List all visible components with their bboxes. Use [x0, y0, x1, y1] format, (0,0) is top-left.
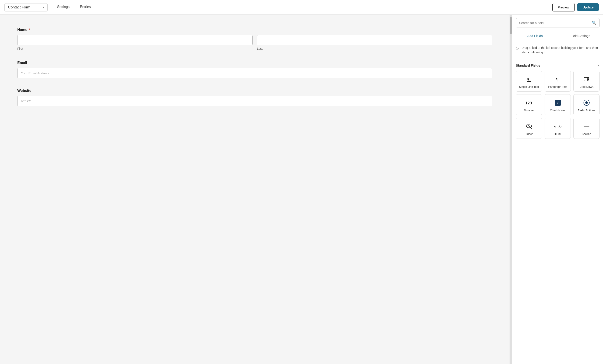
drag-hint: ▷ Drag a field to the left to start buil… — [512, 41, 603, 59]
svg-text:< />: < /> — [554, 125, 561, 129]
section-header-standard[interactable]: Standard Fields ∧ — [516, 59, 600, 71]
tab-entries[interactable]: Entries — [75, 0, 96, 15]
search-wrapper: 🔍 — [516, 18, 600, 27]
html-icon: < /> — [554, 122, 561, 130]
header-actions: Preview Update — [552, 3, 599, 11]
email-input[interactable] — [17, 68, 492, 78]
first-sublabel: First — [17, 47, 253, 50]
svg-text:¶: ¶ — [556, 77, 558, 82]
field-panel: 🔍 Add Fields Field Settings ▷ Drag a fie… — [512, 15, 603, 364]
first-name-wrap: First — [17, 35, 253, 50]
radio-buttons-icon — [583, 99, 590, 107]
section-icon — [583, 122, 590, 130]
email-label: Email — [17, 61, 492, 65]
svg-text:123: 123 — [525, 101, 532, 105]
hidden-label: Hidden — [524, 132, 533, 136]
preview-button[interactable]: Preview — [552, 3, 575, 11]
last-sublabel: Last — [257, 47, 492, 50]
drag-hint-text: Drag a field to the left to start buildi… — [522, 46, 600, 55]
paragraph-text-label: Paragraph Text — [548, 85, 567, 88]
html-label: HTML — [554, 132, 561, 136]
field-card-single-line-text[interactable]: A Single Line Text — [516, 71, 542, 92]
nav-tabs: Settings Entries — [52, 0, 96, 14]
checkboxes-label: Checkboxes — [550, 109, 566, 112]
field-grid: A Single Line Text ¶ Paragraph Text — [516, 71, 600, 142]
scrollbar-track[interactable] — [510, 15, 512, 364]
last-name-wrap: Last — [257, 35, 492, 50]
update-button[interactable]: Update — [577, 3, 599, 11]
drop-down-icon — [583, 75, 590, 83]
last-name-input[interactable] — [257, 35, 492, 45]
website-input[interactable] — [17, 96, 492, 106]
required-star: * — [29, 28, 30, 32]
form-title-text: Contact Form — [8, 5, 30, 10]
first-name-input[interactable] — [17, 35, 253, 45]
name-label: Name * — [17, 28, 492, 32]
header: Contact Form ▾ Settings Entries Preview … — [0, 0, 603, 15]
svg-rect-4 — [587, 77, 589, 81]
number-label: Number — [524, 109, 534, 112]
website-label: Website — [17, 89, 492, 93]
field-card-hidden[interactable]: Hidden — [516, 118, 542, 139]
svg-text:A: A — [526, 77, 530, 82]
panel-tabs: Add Fields Field Settings — [512, 31, 603, 41]
main-layout: Name * First Last Email — [0, 15, 603, 364]
form-canvas: Name * First Last Email — [0, 15, 510, 364]
chevron-down-icon: ▾ — [42, 6, 44, 9]
field-card-drop-down[interactable]: Drop Down — [573, 71, 600, 92]
field-card-paragraph-text[interactable]: ¶ Paragraph Text — [545, 71, 571, 92]
number-icon: 123 — [525, 99, 533, 107]
tab-add-fields[interactable]: Add Fields — [512, 31, 558, 41]
form-field-name: Name * First Last — [17, 28, 492, 50]
section-label: Standard Fields — [516, 64, 540, 67]
field-card-section[interactable]: Section — [573, 118, 600, 139]
cursor-icon: ▷ — [516, 46, 519, 51]
field-card-number[interactable]: 123 Number — [516, 94, 542, 115]
drop-down-label: Drop Down — [580, 85, 593, 88]
radio-buttons-label: Radio Buttons — [578, 109, 595, 112]
hidden-icon — [526, 122, 532, 130]
field-card-html[interactable]: < /> HTML — [545, 118, 571, 139]
form-field-email: Email — [17, 61, 492, 78]
single-line-text-icon: A — [526, 75, 532, 83]
checkboxes-icon — [555, 99, 561, 107]
search-icon: 🔍 — [592, 21, 596, 25]
scrollbar-thumb[interactable] — [510, 17, 512, 34]
name-inputs: First Last — [17, 35, 492, 50]
search-input[interactable] — [519, 21, 590, 25]
paragraph-text-icon: ¶ — [555, 75, 561, 83]
field-card-radio-buttons[interactable]: Radio Buttons — [573, 94, 600, 115]
form-field-website: Website — [17, 89, 492, 106]
single-line-text-label: Single Line Text — [519, 85, 539, 88]
search-bar: 🔍 — [512, 15, 603, 27]
form-title-dropdown[interactable]: Contact Form ▾ — [4, 3, 47, 11]
tab-settings[interactable]: Settings — [52, 0, 75, 15]
tab-field-settings[interactable]: Field Settings — [558, 31, 603, 41]
standard-fields-section: Standard Fields ∧ A Single Line Text — [512, 59, 603, 364]
section-label: Section — [582, 132, 591, 136]
chevron-up-icon: ∧ — [597, 64, 600, 67]
field-card-checkboxes[interactable]: Checkboxes — [545, 94, 571, 115]
